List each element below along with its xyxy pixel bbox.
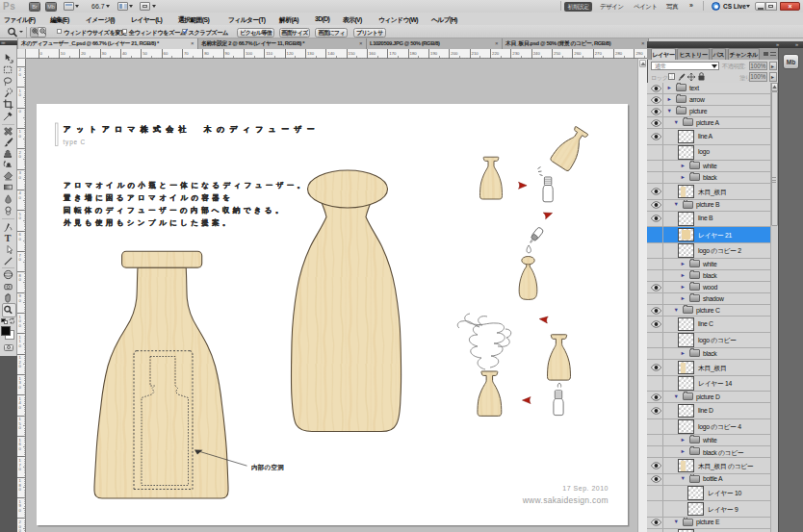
svg-text:0: 0 [18, 385, 21, 390]
svg-text:80: 80 [204, 51, 209, 56]
svg-text:10: 10 [61, 51, 65, 56]
svg-text:250: 250 [554, 51, 561, 56]
svg-text:0: 0 [18, 257, 21, 262]
svg-text:内部の空洞: 内部の空洞 [251, 463, 284, 470]
svg-text:0: 0 [40, 51, 43, 56]
svg-text:130: 130 [307, 51, 315, 56]
svg-text:40: 40 [122, 51, 127, 56]
svg-text:70: 70 [184, 51, 189, 56]
svg-text:0: 0 [18, 508, 21, 513]
svg-text:0: 0 [18, 364, 21, 368]
svg-text:0: 0 [18, 134, 21, 139]
svg-text:T: T [5, 233, 12, 243]
svg-text:アロマオイルの小瓶と一体になるディフューザー。: アロマオイルの小瓶と一体になるディフューザー。 [64, 180, 308, 189]
svg-text:www.sakaidesign.com: www.sakaidesign.com [522, 494, 609, 504]
svg-text:270: 270 [595, 51, 603, 56]
svg-text:0: 0 [18, 277, 21, 282]
svg-text:220: 220 [492, 51, 500, 56]
svg-text:0: 0 [18, 425, 21, 430]
svg-text:0: 0 [18, 467, 21, 471]
svg-text:0: 0 [18, 215, 21, 220]
svg-text:200: 200 [451, 51, 458, 56]
svg-text:290: 290 [635, 51, 643, 56]
svg-text:0: 0 [18, 528, 21, 532]
svg-text:240: 240 [533, 51, 541, 56]
svg-text:50: 50 [142, 51, 147, 56]
svg-text:0: 0 [18, 92, 21, 97]
svg-text:90: 90 [225, 51, 230, 56]
svg-text:280: 280 [615, 51, 623, 56]
svg-text:60: 60 [164, 51, 168, 56]
svg-text:0: 0 [18, 343, 21, 348]
svg-text:0: 0 [18, 405, 21, 410]
svg-text:アットアロマ株式会社 木のディフューザー: アットアロマ株式会社 木のディフューザー [64, 124, 320, 133]
svg-text:回転体のディフューザーの内部へ収納できる。: 回転体のディフューザーの内部へ収納できる。 [64, 205, 286, 214]
svg-text:190: 190 [430, 51, 438, 56]
svg-text:260: 260 [574, 51, 582, 56]
svg-text:17 Sep. 2010: 17 Sep. 2010 [562, 484, 609, 492]
svg-text:0: 0 [18, 109, 21, 114]
svg-text:150: 150 [349, 51, 356, 56]
svg-text:30: 30 [102, 51, 107, 56]
svg-text:160: 160 [369, 51, 376, 56]
svg-text:210: 210 [472, 51, 479, 56]
svg-text:20: 20 [81, 51, 86, 56]
svg-text:外見も使用もシンプルにした提案。: 外見も使用もシンプルにした提案。 [63, 218, 233, 227]
svg-text:0: 0 [18, 175, 21, 180]
svg-text:0: 0 [18, 195, 21, 200]
svg-text:230: 230 [512, 51, 520, 56]
svg-text:170: 170 [389, 51, 397, 56]
svg-text:0: 0 [18, 237, 21, 241]
svg-text:0: 0 [18, 154, 21, 159]
svg-text:0: 0 [18, 446, 21, 451]
svg-text:180: 180 [410, 51, 418, 56]
svg-text:置き場に困るアロマオイルの容器を: 置き場に困るアロマオイルの容器を [63, 192, 233, 201]
svg-text:100: 100 [246, 51, 253, 56]
svg-text:0: 0 [18, 72, 21, 77]
svg-text:110: 110 [266, 51, 272, 56]
svg-text:120: 120 [287, 51, 295, 56]
svg-text:0: 0 [18, 323, 21, 328]
svg-text:0: 0 [18, 487, 21, 492]
svg-text:0: 0 [18, 298, 21, 303]
svg-text:140: 140 [327, 51, 335, 56]
svg-text:type C: type C [64, 139, 87, 146]
